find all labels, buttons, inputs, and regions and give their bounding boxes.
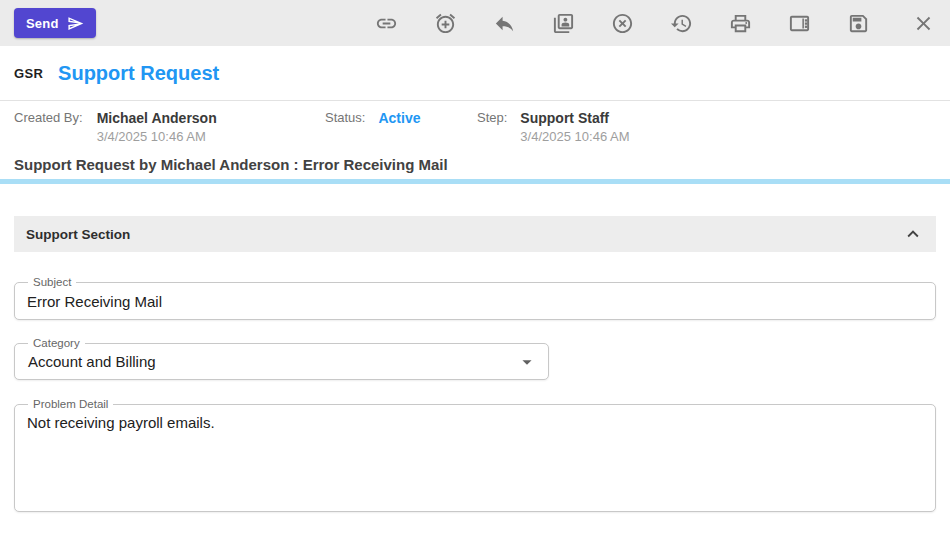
history-button[interactable] (670, 12, 693, 35)
subject-field-wrap: Subject (14, 282, 936, 320)
problem-detail-textarea[interactable]: Not receiving payroll emails. (15, 405, 935, 511)
category-label: Category (28, 336, 85, 351)
status-badge: Active (378, 110, 420, 150)
close-button[interactable] (912, 12, 935, 35)
link-button[interactable] (375, 12, 398, 35)
created-by-name: Michael Anderson (97, 110, 217, 126)
case-title: Support Request by Michael Anderson : Er… (0, 150, 950, 179)
created-by-date: 3/4/2025 10:46 AM (97, 129, 217, 144)
step-value: Support Staff (520, 110, 629, 126)
add-alarm-icon (434, 12, 457, 35)
send-button-label: Send (26, 16, 59, 31)
page-title: Support Request (58, 62, 219, 85)
subject-input[interactable] (15, 283, 935, 319)
save-button[interactable] (847, 12, 870, 35)
record-header: GSR Support Request (0, 46, 950, 101)
add-alarm-button[interactable] (434, 12, 457, 35)
send-button[interactable]: Send (14, 8, 96, 38)
toolbar: Send (0, 0, 950, 46)
send-icon (67, 15, 84, 32)
reply-button[interactable] (493, 12, 516, 35)
cancel-button[interactable] (611, 12, 634, 35)
status-label: Status: (325, 110, 365, 150)
created-by-group: Created By: Michael Anderson 3/4/2025 10… (14, 110, 325, 150)
contact-card-button[interactable] (552, 12, 575, 35)
chevron-down-icon[interactable] (516, 351, 538, 373)
cancel-icon (611, 12, 634, 35)
side-panel-icon (788, 12, 811, 35)
link-icon (375, 12, 398, 35)
category-select[interactable]: Category Account and Billing (14, 343, 549, 380)
step-label: Step: (477, 110, 507, 150)
status-group: Status: Active (325, 110, 477, 150)
history-icon (670, 12, 693, 35)
problem-detail-field-wrap: Problem Detail Not receiving payroll ema… (14, 404, 936, 512)
chevron-up-icon[interactable] (902, 223, 924, 245)
save-icon (847, 12, 870, 35)
section-header-support[interactable]: Support Section (14, 216, 936, 252)
meta-row: Created By: Michael Anderson 3/4/2025 10… (0, 101, 950, 150)
created-by-label: Created By: (14, 110, 83, 150)
process-badge: GSR (14, 66, 43, 81)
toolbar-icons (375, 12, 935, 35)
contact-card-icon (552, 12, 575, 35)
category-value: Account and Billing (15, 353, 156, 370)
section-title: Support Section (26, 227, 130, 242)
form-content: Support Section Subject Category Account… (0, 216, 950, 512)
step-group: Step: Support Staff 3/4/2025 10:46 AM (477, 110, 630, 150)
side-panel-button[interactable] (788, 12, 811, 35)
subject-label: Subject (28, 275, 76, 290)
reply-icon (493, 12, 516, 35)
step-date: 3/4/2025 10:46 AM (520, 129, 629, 144)
print-icon (729, 12, 752, 35)
close-icon (912, 12, 935, 35)
print-button[interactable] (729, 12, 752, 35)
problem-detail-label: Problem Detail (28, 397, 113, 412)
progress-bar (0, 179, 950, 184)
